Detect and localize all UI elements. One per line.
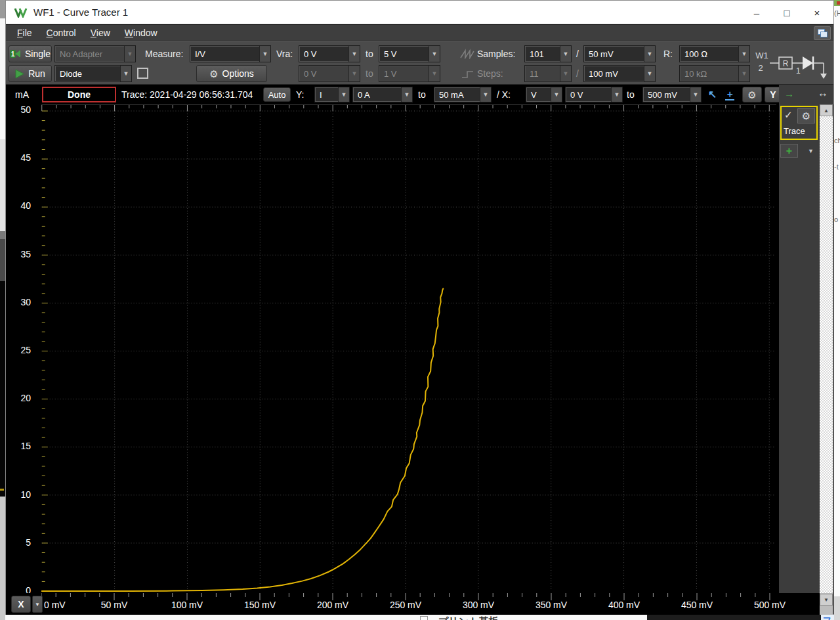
chevron-down-icon: ▼ [120,66,131,81]
cascade-windows-icon[interactable] [814,26,831,40]
x-axis-label: 0 mV [44,600,66,610]
resistor-dropdown[interactable]: 100 Ω▼ [679,45,750,62]
ramp-waveform-icon [460,49,474,59]
vrb-from-dropdown[interactable]: 0 V▼ [299,65,360,82]
y-axis-label: 35 [20,249,31,259]
background-follow-link: フォロー [823,615,834,620]
right-panel-header: → ↔ [779,85,833,104]
x-axis-label: 100 mV [171,600,203,610]
to-label: to [627,85,635,104]
y-axis-label: 10 [20,489,31,500]
to-label: to [418,85,426,104]
y-axis-selector-label: Y: [296,85,304,104]
x-axis-label: 450 mV [681,600,713,610]
background-text-fragment: (H [834,9,840,17]
x-axis-label: 350 mV [536,600,567,610]
maximize-button[interactable]: □ [772,1,802,24]
svg-text:W1: W1 [755,51,768,60]
waveforms-window: WF1 - Curve Tracer 1 – □ × File Control … [5,0,834,615]
y-channel-dropdown[interactable]: I▼ [314,87,350,102]
samples-dropdown[interactable]: 101▼ [524,45,572,62]
to-label: to [366,45,373,62]
y-axis-label: 40 [20,200,31,211]
chevron-down-icon: ▼ [644,66,655,81]
slash-label: / [576,65,579,82]
gear-icon: ⚙ [802,111,810,121]
trace-channel-box[interactable]: ✓ ⚙ Trace [780,106,818,140]
chevron-down-icon: ▼ [348,46,360,62]
x-axis-selector-label: / X: [497,85,511,104]
step-voltage-dropdown[interactable]: 100 mV▼ [583,65,656,82]
background-text-fragment: o [834,215,838,223]
single-button[interactable]: 1 Single [9,45,52,62]
y-axis-label: 25 [20,345,31,355]
scroll-down-button[interactable]: ▼ [820,594,833,606]
trace-timestamp: Trace: 2021-04-29 06:56:31.704 [121,85,253,104]
x-to-dropdown[interactable]: 500 mV▼ [642,87,702,102]
circuit-diagram: W1 2 R 1 [755,46,831,83]
menu-control[interactable]: Control [39,26,83,40]
menu-window[interactable]: Window [117,26,165,40]
chevron-down-icon: ▼ [429,46,440,62]
x-axis-label: 300 mV [463,600,494,610]
close-button[interactable]: × [802,1,832,24]
x-axis-bar: X ▼ 0 mV50 mV100 mV150 mV200 mV250 mV300… [6,593,820,615]
profile-dropdown[interactable]: Diode▼ [54,65,132,82]
status-badge: Done [42,87,116,102]
resistor2-dropdown[interactable]: 10 kΩ▼ [679,65,750,82]
x-channel-dropdown[interactable]: V▼ [526,87,562,102]
chevron-down-icon: ▼ [338,87,349,102]
steps-label: Steps: [477,65,503,82]
svg-text:1: 1 [796,66,801,76]
x-axis-label: 500 mV [754,600,786,610]
chevron-down-icon[interactable]: ▼ [808,148,814,154]
measure-label: Measure: [145,45,183,62]
to-label: to [366,65,373,82]
x-axis-dropdown[interactable]: ▼ [32,596,43,613]
marker-tool-icon[interactable]: ＋ [725,86,734,100]
chevron-down-icon: ▼ [644,46,655,62]
green-arrow-icon[interactable]: → [784,88,794,99]
add-channel-button[interactable]: + [780,144,798,158]
options-button[interactable]: ⚙ Options [196,65,267,82]
x-from-dropdown[interactable]: 0 V▼ [565,87,623,102]
auto-button[interactable]: Auto [263,87,291,102]
adapter-dropdown[interactable]: No Adapter▼ [54,45,136,62]
profile-checkbox[interactable] [137,68,148,79]
y-axis-label: 15 [20,441,31,451]
steps-dropdown[interactable]: 11▼ [524,65,572,82]
x-panel-button[interactable]: X [11,596,31,613]
svg-text:R: R [783,59,789,68]
minimize-button[interactable]: – [742,1,772,24]
chevron-down-icon: ▼ [401,87,412,102]
y-axis-label: 45 [20,152,31,163]
double-arrow-icon[interactable]: ↔ [818,87,828,99]
vra-label: Vra: [276,45,293,62]
vertical-scrollbar[interactable]: ▲ [820,104,833,593]
plot-settings-button[interactable]: ⚙ [742,87,762,102]
chevron-down-icon: ▼ [738,66,749,81]
menu-view[interactable]: View [83,26,117,40]
chevron-down-icon: ▼ [259,46,270,62]
sample-step-dropdown[interactable]: 50 mV▼ [583,45,656,62]
plot-header: mA Done Trace: 2021-04-29 06:56:31.704 A… [6,85,779,104]
y-from-dropdown[interactable]: 0 A▼ [352,87,413,102]
background-text-fragment: -t [834,163,839,171]
chevron-down-icon: ▼ [560,46,571,62]
svg-text:2: 2 [758,63,763,73]
trace-settings-button[interactable]: ⚙ [797,108,815,123]
curve-tracer-chart[interactable] [41,104,776,593]
check-icon[interactable]: ✓ [784,109,793,121]
chevron-down-icon: ▼ [560,66,571,81]
vra-from-dropdown[interactable]: 0 V▼ [299,45,360,62]
x-axis-label: 50 mV [101,600,127,610]
menu-file[interactable]: File [10,26,39,40]
scroll-up-button[interactable]: ▲ [820,104,833,116]
vrb-to-dropdown[interactable]: 1 V▼ [379,65,440,82]
measure-dropdown[interactable]: I/V▼ [190,45,271,62]
vra-to-dropdown[interactable]: 5 V▼ [379,45,440,62]
trace-channel-label: Trace [784,126,805,136]
cursor-tool-icon[interactable]: ↖ [708,85,717,104]
y-to-dropdown[interactable]: 50 mA▼ [434,87,492,102]
run-button[interactable]: Run [9,65,52,82]
